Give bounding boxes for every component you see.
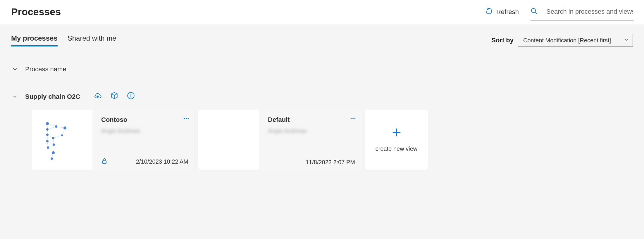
svg-point-26 (46, 134, 49, 136)
view-card[interactable]: Contoso Angie Andrews 2/10/2023 10:22 AM (32, 110, 194, 170)
svg-point-31 (47, 146, 49, 149)
svg-point-32 (52, 151, 55, 154)
tab-my-processes[interactable]: My processes (11, 34, 58, 46)
page-title: Processes (11, 6, 61, 18)
process-row: Supply chain O2C (11, 92, 633, 101)
svg-point-39 (352, 118, 354, 119)
process-action-icons (94, 92, 135, 101)
tabs-row: My processes Shared with me Sort by Cont… (11, 34, 633, 47)
svg-line-1 (535, 12, 537, 14)
more-icon[interactable] (183, 115, 190, 123)
svg-point-34 (184, 118, 185, 119)
chevron-down-icon[interactable] (11, 66, 19, 72)
view-card[interactable]: Default Angie Andrews 11/8/2022 2:07 PM (198, 110, 361, 170)
svg-point-28 (61, 134, 63, 136)
view-title: Default (268, 116, 355, 124)
view-thumbnail (198, 110, 259, 170)
sort-select[interactable]: Content Modification [Recent first] (518, 34, 633, 47)
header-actions: Refresh (482, 6, 633, 18)
svg-point-35 (186, 118, 187, 119)
view-owner: Angie Andrews (101, 128, 140, 134)
svg-point-38 (351, 118, 352, 119)
more-icon[interactable] (350, 115, 356, 123)
svg-rect-37 (103, 161, 106, 163)
create-new-view-label: create new view (376, 146, 417, 152)
view-title: Contoso (101, 116, 188, 124)
info-icon[interactable] (127, 92, 135, 101)
main-body: My processes Shared with me Sort by Cont… (0, 24, 644, 239)
view-cards: Contoso Angie Andrews 2/10/2023 10:22 AM (32, 110, 633, 170)
refresh-button[interactable]: Refresh (482, 6, 522, 18)
tabs: My processes Shared with me (11, 34, 116, 46)
svg-line-9 (47, 127, 56, 129)
lock-icon (101, 158, 108, 166)
sort-selected-text: Content Modification [Recent first] (523, 37, 611, 44)
view-owner: Angie Andrews (268, 128, 307, 134)
svg-point-24 (63, 127, 66, 129)
search-wrap[interactable] (531, 8, 633, 20)
refresh-icon (485, 7, 493, 16)
search-input[interactable] (546, 8, 633, 16)
group-header-row: Process name (11, 65, 633, 73)
svg-line-13 (53, 135, 62, 138)
sort-wrap: Sort by Content Modification [Recent fir… (491, 34, 633, 47)
svg-point-30 (53, 143, 55, 146)
svg-point-25 (46, 128, 49, 131)
plus-icon (391, 127, 402, 139)
view-card-body: Default Angie Andrews 11/8/2022 2:07 PM (259, 110, 361, 170)
view-date: 11/8/2022 2:07 PM (306, 159, 355, 166)
view-card-body: Contoso Angie Andrews 2/10/2023 10:22 AM (92, 110, 194, 170)
view-footer: 11/8/2022 2:07 PM (268, 159, 355, 166)
view-thumbnail (32, 110, 92, 170)
group-header-label: Process name (25, 65, 66, 73)
package-icon[interactable] (111, 92, 118, 101)
view-footer: 2/10/2023 10:22 AM (101, 158, 188, 166)
create-new-view-button[interactable]: create new view (365, 110, 428, 170)
tab-shared-with-me[interactable]: Shared with me (68, 34, 116, 46)
svg-point-6 (131, 94, 131, 94)
sort-label: Sort by (491, 37, 514, 44)
search-icon (531, 8, 538, 16)
svg-point-23 (55, 125, 57, 128)
chevron-down-icon (624, 37, 629, 44)
refresh-label: Refresh (496, 8, 519, 16)
cloud-upload-icon[interactable] (94, 92, 102, 101)
page-header: Processes Refresh (0, 0, 644, 24)
view-date: 2/10/2023 10:22 AM (136, 158, 188, 165)
svg-point-36 (188, 118, 189, 119)
chevron-down-icon[interactable] (11, 94, 19, 100)
svg-point-29 (46, 140, 49, 142)
svg-point-33 (51, 157, 53, 160)
svg-point-27 (52, 137, 54, 139)
process-name[interactable]: Supply chain O2C (25, 93, 80, 101)
svg-point-40 (354, 118, 356, 119)
svg-point-22 (46, 122, 49, 125)
